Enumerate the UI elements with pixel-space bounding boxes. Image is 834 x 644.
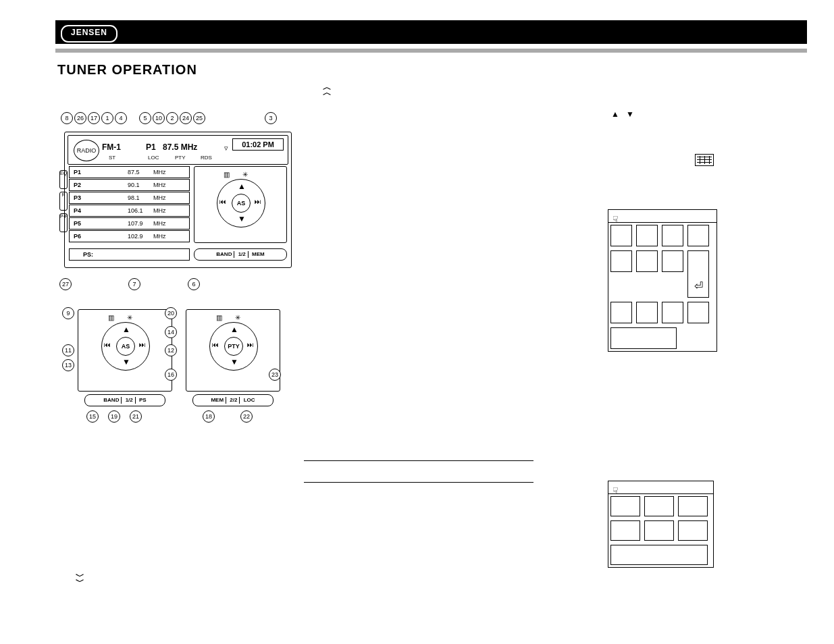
panel-top-icons: ▥ ✳ — [108, 314, 138, 321]
preset-row[interactable]: P4106.1MHz — [69, 205, 190, 217]
control-card-right: ▥ ✳ PTY ▲ ▼ ⏮ ⏭ MEM 2/2 LOC — [186, 305, 280, 406]
callout: 23 — [269, 369, 281, 381]
preset-row[interactable]: P5107.9MHz — [69, 217, 190, 230]
callout: 11 — [62, 344, 74, 356]
panel-top-icons: ▥ ✳ — [216, 314, 246, 321]
callout: 19 — [108, 410, 120, 423]
pill-mem-button[interactable]: MEM — [252, 251, 265, 257]
control-pill: BAND 1/2 MEM — [194, 248, 287, 261]
ps-bar: PS: — [69, 248, 190, 261]
callout: 22 — [240, 410, 253, 423]
callout: 7 — [128, 278, 140, 290]
callout: 17 — [88, 112, 100, 124]
brand-logo: JENSEN — [61, 25, 118, 43]
callout: 24 — [180, 112, 192, 124]
dpad-up-icon[interactable]: ▲ — [238, 182, 246, 191]
dpad: ▥ ✳ PTY ▲ ▼ ⏮ ⏭ — [203, 315, 263, 376]
callout: 1 — [101, 112, 113, 124]
rule — [304, 460, 533, 461]
dpad-up-icon[interactable]: ▲ — [122, 325, 130, 334]
side-tab[interactable]: R — [59, 192, 68, 211]
pill-mem-button[interactable]: MEM — [211, 397, 224, 403]
signal-icon: ▿ — [224, 144, 228, 153]
callout: 26 — [74, 112, 86, 124]
preset-row[interactable]: P187.5MHz — [69, 166, 190, 178]
callout: 5 — [139, 112, 151, 124]
callout: 25 — [193, 112, 205, 124]
dpad-prev-icon[interactable]: ⏮ — [104, 341, 111, 348]
side-tab[interactable]: EQ — [59, 170, 68, 189]
callout: 12 — [165, 344, 177, 356]
double-caret-down-icon: ﹀﹀ — [76, 574, 84, 585]
header-band — [55, 20, 807, 44]
st-indicator: ST — [109, 155, 115, 161]
clock-readout: 01:02 PM — [232, 138, 284, 151]
callout: 8 — [61, 112, 73, 124]
freq-unit: MHz — [181, 142, 198, 152]
preset-list: P187.5MHz P290.1MHz P398.1MHz P4106.1MHz… — [69, 166, 190, 244]
dpad-down-icon[interactable]: ▼ — [238, 214, 246, 223]
side-tab[interactable]: P·P — [59, 213, 68, 232]
freq-value: 87.5 — [163, 142, 178, 152]
panel-top-icons: ▥ ✳ — [224, 171, 253, 178]
band-indicator: FM-1 — [102, 142, 121, 152]
loc-indicator: LOC — [148, 155, 159, 161]
callout: 14 — [165, 326, 177, 338]
callout: 16 — [165, 369, 177, 381]
radio-unit-diagram: RADIO FM-1 P1 87.5 MHz 01:02 PM ST LOC P… — [64, 132, 292, 268]
dpad-next-icon[interactable]: ⏭ — [255, 198, 261, 205]
preset-row[interactable]: P398.1MHz — [69, 192, 190, 204]
callout: 27 — [59, 278, 72, 290]
dpad-center-button[interactable]: PTY — [224, 337, 243, 356]
dpad-next-icon[interactable]: ⏭ — [247, 341, 254, 348]
keypad-diagram-small: ☟ — [608, 481, 714, 568]
rule — [304, 482, 533, 483]
pill-page-button[interactable]: 1/2 — [238, 251, 246, 257]
callout: 13 — [62, 359, 74, 371]
dpad-down-icon[interactable]: ▼ — [122, 357, 130, 367]
callout: 6 — [188, 278, 200, 290]
pill-band-button[interactable]: BAND — [103, 397, 119, 403]
pill-ps-button[interactable]: PS — [139, 397, 147, 403]
touch-hand-icon: ☟ — [613, 214, 619, 225]
dpad-down-icon[interactable]: ▼ — [230, 357, 238, 367]
dpad-next-icon[interactable]: ⏭ — [139, 341, 146, 348]
pill-loc-button[interactable]: LOC — [244, 397, 255, 403]
callout: 9 — [62, 307, 74, 319]
preset-row[interactable]: P6102.9MHz — [69, 230, 190, 242]
pill-page-button[interactable]: 1/2 — [126, 397, 133, 403]
control-pill: MEM 2/2 LOC — [192, 394, 273, 406]
mode-indicator: RADIO — [74, 140, 99, 161]
dpad-center-button[interactable]: AS — [232, 194, 251, 213]
radio-header: RADIO FM-1 P1 87.5 MHz 01:02 PM ST LOC P… — [68, 135, 288, 165]
side-tabs: EQ R P·P — [59, 170, 66, 235]
preset-row[interactable]: P290.1MHz — [69, 179, 190, 191]
callout: 18 — [203, 410, 215, 423]
up-down-icons: ▲ ▼ — [611, 109, 634, 119]
page-title: TUNER OPERATION — [57, 62, 197, 78]
control-panel: ▥ ✳ AS ▲ ▼ ⏮ ⏭ — [194, 166, 287, 243]
dpad: ▥ ✳ AS ▲ ▼ ⏮ ⏭ — [210, 172, 271, 233]
callout: 4 — [115, 112, 127, 124]
divider — [55, 49, 807, 53]
callout: 20 — [165, 307, 177, 319]
dpad-prev-icon[interactable]: ⏮ — [212, 341, 219, 348]
keypad-diagram-large: ☟ ⏎ — [608, 209, 717, 352]
dpad-up-icon[interactable]: ▲ — [230, 325, 238, 334]
callout: 3 — [265, 112, 277, 124]
touch-hand-icon: ☟ — [613, 485, 619, 496]
dpad-center-button[interactable]: AS — [116, 337, 135, 356]
callout: 15 — [86, 410, 99, 423]
pill-band-button[interactable]: BAND — [216, 251, 232, 257]
rds-indicator: RDS — [201, 155, 212, 161]
preset-number: P1 — [146, 142, 156, 152]
double-caret-up-icon: ︿︿ — [323, 84, 332, 95]
keypad-mini-icon — [695, 154, 714, 166]
control-card-left: ▥ ✳ AS ▲ ▼ ⏮ ⏭ BAND 1/2 PS — [78, 305, 172, 406]
pill-page-button[interactable]: 2/2 — [230, 397, 237, 403]
callout: 2 — [166, 112, 178, 124]
dpad: ▥ ✳ AS ▲ ▼ ⏮ ⏭ — [95, 315, 155, 376]
control-pill: BAND 1/2 PS — [84, 394, 165, 406]
dpad-prev-icon[interactable]: ⏮ — [219, 198, 226, 205]
callout: 10 — [153, 112, 165, 124]
